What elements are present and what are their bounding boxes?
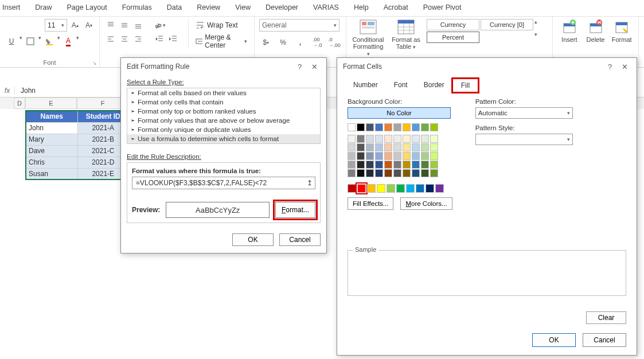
color-swatch[interactable] — [393, 152, 401, 160]
style-currency0[interactable]: Currency [0] — [481, 19, 533, 30]
tab-draw[interactable]: Draw — [35, 3, 52, 11]
help-icon[interactable]: ? — [604, 63, 616, 71]
color-swatch[interactable] — [348, 161, 356, 169]
color-swatch[interactable] — [384, 135, 392, 143]
align-top-icon[interactable] — [104, 19, 117, 32]
tab-review[interactable]: Review — [197, 3, 220, 11]
color-swatch[interactable] — [421, 135, 429, 143]
color-swatch[interactable] — [421, 169, 429, 177]
table-row[interactable]: Dave2021-C — [26, 145, 129, 157]
tab-font[interactable]: Font — [386, 79, 416, 92]
align-middle-icon[interactable] — [118, 19, 131, 32]
color-swatch[interactable] — [412, 152, 420, 160]
clear-button[interactable]: Clear — [586, 311, 626, 324]
color-swatch[interactable] — [348, 169, 356, 177]
decrease-font-icon[interactable]: A▾ — [83, 19, 95, 32]
color-swatch[interactable] — [396, 184, 405, 193]
color-swatch[interactable] — [412, 123, 420, 131]
color-swatch[interactable] — [348, 143, 356, 151]
color-swatch[interactable] — [375, 135, 383, 143]
tab-acrobat[interactable]: Acrobat — [384, 3, 408, 11]
color-swatch[interactable] — [430, 143, 438, 151]
color-swatch[interactable] — [377, 184, 385, 193]
number-format-select[interactable]: General▾ — [259, 19, 339, 32]
color-swatch[interactable] — [421, 152, 429, 160]
color-swatch[interactable] — [430, 161, 438, 169]
rule-type-item[interactable]: Format only top or bottom ranked values — [127, 107, 320, 116]
close-icon[interactable]: ✕ — [308, 63, 321, 71]
color-swatch[interactable] — [403, 135, 411, 143]
rule-type-item-selected[interactable]: Use a formula to determine which cells t… — [127, 134, 320, 143]
color-swatch[interactable] — [375, 169, 383, 177]
align-bottom-icon[interactable] — [132, 19, 145, 32]
table-row[interactable]: Mary2021-B — [26, 134, 129, 145]
color-swatch[interactable] — [384, 161, 392, 169]
color-swatch[interactable] — [393, 169, 401, 177]
color-swatch[interactable] — [375, 161, 383, 169]
color-swatch[interactable] — [403, 123, 411, 131]
tab-formulas[interactable]: Formulas — [122, 3, 152, 11]
tab-data[interactable]: Data — [167, 3, 182, 11]
border-icon[interactable] — [24, 35, 37, 48]
color-swatch[interactable] — [366, 169, 374, 177]
color-swatch[interactable] — [393, 123, 401, 131]
style-currency[interactable]: Currency — [427, 19, 479, 30]
cancel-button[interactable]: Cancel — [583, 333, 626, 347]
tab-view[interactable]: View — [235, 3, 251, 11]
color-swatch[interactable] — [384, 152, 392, 160]
color-swatch[interactable] — [357, 152, 365, 160]
decrease-indent-icon[interactable] — [153, 33, 166, 45]
color-swatch[interactable] — [426, 184, 434, 193]
color-swatch[interactable] — [348, 123, 356, 131]
color-swatch[interactable] — [416, 184, 424, 193]
color-swatch[interactable] — [393, 161, 401, 169]
tab-fill[interactable]: Fill — [452, 79, 478, 92]
decrease-decimal-icon[interactable]: .0→.00 — [327, 36, 341, 49]
range-picker-icon[interactable]: ↥ — [307, 179, 313, 187]
color-swatch[interactable] — [387, 184, 395, 193]
dialog-titlebar[interactable]: Edit Formatting Rule ? ✕ — [121, 58, 326, 75]
orientation-icon[interactable]: ab▾ — [153, 19, 166, 32]
align-left-icon[interactable] — [104, 33, 117, 45]
formula-input[interactable]: =VLOOKUP($F3,$B$3:$C$7,2,FALSE)<72 ↥ — [132, 177, 315, 189]
color-swatch[interactable] — [348, 152, 356, 160]
cancel-button[interactable]: Cancel — [279, 233, 321, 246]
color-swatch[interactable] — [393, 135, 401, 143]
color-swatch[interactable] — [430, 123, 438, 131]
table-row[interactable]: John2021-A — [26, 122, 129, 134]
more-colors-button[interactable]: More Colors... — [400, 197, 452, 210]
color-swatch[interactable] — [421, 123, 429, 131]
color-swatch[interactable] — [375, 123, 383, 131]
formula-value[interactable]: John — [15, 87, 41, 95]
table-row[interactable]: Chris2021-D — [26, 157, 129, 168]
rule-type-item[interactable]: Format only cells that contain — [127, 97, 320, 107]
pattern-color-select[interactable]: Automatic▾ — [475, 107, 573, 119]
color-swatch[interactable] — [357, 143, 365, 151]
col-header-e[interactable]: E — [25, 97, 77, 109]
color-swatch[interactable] — [357, 161, 365, 169]
align-right-icon[interactable] — [132, 33, 145, 45]
style-percent[interactable]: Percent — [427, 32, 479, 43]
ok-button[interactable]: OK — [232, 233, 274, 246]
color-swatch[interactable] — [357, 123, 365, 131]
pattern-style-select[interactable]: ▾ — [475, 134, 573, 145]
close-icon[interactable]: ✕ — [618, 63, 631, 71]
tab-varias[interactable]: VARIAS — [313, 3, 339, 11]
color-swatch[interactable] — [393, 143, 401, 151]
tab-insert[interactable]: Insert — [2, 3, 20, 11]
color-swatch[interactable] — [412, 169, 420, 177]
color-swatch[interactable] — [366, 152, 374, 160]
color-swatch[interactable] — [403, 169, 411, 177]
increase-indent-icon[interactable] — [166, 33, 180, 45]
styles-scroll-down-icon[interactable]: ▾ — [534, 32, 537, 43]
percent-format-icon[interactable]: % — [276, 36, 290, 49]
color-swatch[interactable] — [384, 123, 392, 131]
color-swatch[interactable] — [366, 161, 374, 169]
color-swatch[interactable] — [348, 135, 356, 143]
color-swatch[interactable] — [421, 161, 429, 169]
color-swatch[interactable] — [384, 169, 392, 177]
wrap-text-button[interactable]: Wrap Text — [193, 19, 249, 32]
color-swatch[interactable] — [357, 184, 366, 193]
align-center-icon[interactable] — [118, 33, 131, 45]
underline-icon[interactable]: U — [5, 35, 18, 48]
